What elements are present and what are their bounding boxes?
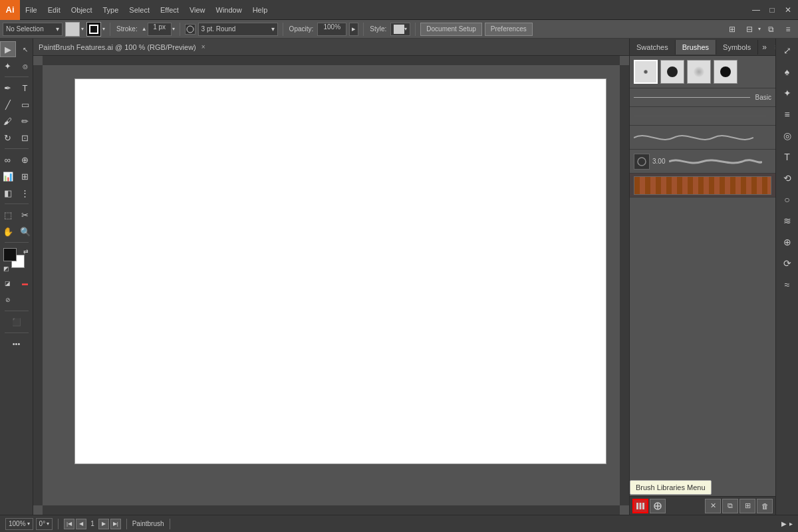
- none-swatch[interactable]: ⊘: [0, 292, 16, 308]
- color-mode-btn[interactable]: ◪: [0, 275, 16, 291]
- right-icon-1[interactable]: ⤢: [778, 41, 797, 60]
- right-icon-3[interactable]: ✦: [778, 84, 797, 102]
- brush-swatch-1[interactable]: [634, 60, 658, 84]
- right-icon-12[interactable]: ≈: [778, 275, 797, 294]
- swap-colors-icon[interactable]: ⇄: [23, 248, 29, 255]
- pen-tool[interactable]: ✒: [0, 80, 16, 96]
- move-to-brushes-button[interactable]: ⊞: [739, 499, 755, 513]
- more-options-icon[interactable]: ≡: [781, 22, 795, 37]
- right-icon-11[interactable]: ⟳: [778, 254, 797, 273]
- toolbar-arrange-btn[interactable]: ⊟: [742, 22, 757, 37]
- quick-action-icon[interactable]: ⧉: [763, 22, 778, 37]
- preferences-button[interactable]: Preferences: [485, 23, 533, 36]
- slice-tool[interactable]: ✂: [17, 207, 33, 223]
- screen-mode-btn[interactable]: ⬛: [5, 314, 29, 330]
- trash-brush-button[interactable]: 🗑: [757, 499, 773, 513]
- tab-brushes[interactable]: Brushes: [676, 40, 716, 55]
- hand-tool[interactable]: ✋: [0, 223, 16, 239]
- menu-view[interactable]: View: [184, 0, 211, 19]
- gradient-swatch[interactable]: ▬: [17, 275, 33, 291]
- blend-tool[interactable]: ∞: [0, 152, 16, 168]
- brush-row-value[interactable]: 3.00: [630, 150, 775, 174]
- menu-help[interactable]: Help: [247, 0, 273, 19]
- line-tool[interactable]: ╱: [0, 96, 16, 112]
- mesh-tool[interactable]: ⊞: [17, 168, 33, 184]
- tab-symbols[interactable]: Symbols: [716, 40, 758, 55]
- menu-select[interactable]: Select: [124, 0, 155, 19]
- right-icon-2[interactable]: ♠: [778, 63, 797, 81]
- brush-swatch-3[interactable]: [687, 60, 711, 84]
- menu-file[interactable]: File: [20, 0, 43, 19]
- symbol-spray-tool[interactable]: ⊕: [17, 152, 33, 168]
- rect-tool[interactable]: ▭: [17, 96, 33, 112]
- gradient-tool[interactable]: ◧: [0, 185, 16, 201]
- stroke-up-arrow[interactable]: ▲: [142, 26, 147, 32]
- graph-tool[interactable]: 📊: [0, 168, 16, 184]
- panel-expand-icon[interactable]: »: [758, 43, 771, 52]
- document-setup-button[interactable]: Document Setup: [420, 23, 482, 36]
- opacity-expand[interactable]: ▸: [349, 23, 358, 36]
- zoom-dropdown[interactable]: 100% ▾: [5, 518, 33, 530]
- tab-swatches[interactable]: Swatches: [630, 40, 676, 55]
- style-dropdown[interactable]: ▾: [390, 23, 410, 36]
- eyedropper-tool[interactable]: ⋮: [17, 185, 33, 201]
- menu-type[interactable]: Type: [98, 0, 124, 19]
- type-tool[interactable]: T: [17, 80, 33, 96]
- brush-libraries-button[interactable]: [632, 499, 648, 513]
- placeholder-tool: [17, 292, 33, 308]
- duplicate-brush-button[interactable]: ⧉: [722, 499, 738, 513]
- right-icon-9[interactable]: ≋: [778, 211, 797, 230]
- brush-row-thin[interactable]: [630, 107, 775, 126]
- magic-wand-tool[interactable]: ✦: [0, 58, 16, 74]
- next-page-button[interactable]: ▶: [98, 519, 109, 529]
- right-icon-7[interactable]: ⟲: [778, 169, 797, 188]
- horizontal-scrollbar[interactable]: [43, 505, 620, 515]
- menu-object[interactable]: Object: [66, 0, 98, 19]
- rotate-tool[interactable]: ↻: [0, 130, 16, 146]
- delete-brush-button[interactable]: ✕: [705, 499, 721, 513]
- right-icon-8[interactable]: ○: [778, 190, 797, 209]
- paintbrush-tool[interactable]: 🖌: [0, 113, 16, 129]
- canvas-tab-close[interactable]: ×: [201, 43, 205, 51]
- brush-selector[interactable]: 3 pt. Round ▾: [198, 23, 278, 36]
- menu-window[interactable]: Window: [211, 0, 247, 19]
- right-icon-6[interactable]: T: [778, 148, 797, 166]
- first-page-button[interactable]: |◀: [64, 519, 74, 529]
- brush-library-tooltip: Brush Libraries Menu: [630, 480, 712, 495]
- artboard-tool[interactable]: ⬚: [0, 207, 16, 223]
- vertical-scrollbar[interactable]: [620, 65, 629, 505]
- stroke-swatch[interactable]: [86, 22, 101, 37]
- default-colors-icon[interactable]: ◩: [3, 265, 9, 272]
- pencil-tool[interactable]: ✏: [17, 113, 33, 129]
- last-page-button[interactable]: ▶|: [110, 519, 121, 529]
- new-brush-from-selection-button[interactable]: [650, 499, 666, 513]
- menu-effect[interactable]: Effect: [155, 0, 184, 19]
- rotation-dropdown[interactable]: 0° ▾: [36, 518, 53, 530]
- stroke-input[interactable]: 1 px: [148, 23, 172, 36]
- brush-swatch-4[interactable]: [714, 60, 737, 84]
- fill-swatch[interactable]: [65, 22, 80, 37]
- canvas-viewport[interactable]: [43, 65, 629, 515]
- menu-edit[interactable]: Edit: [43, 0, 66, 19]
- maximize-button[interactable]: □: [765, 3, 779, 17]
- scale-tool[interactable]: ⊡: [17, 130, 33, 146]
- brush-swatch-2[interactable]: [660, 60, 684, 84]
- lasso-tool[interactable]: ⌾: [17, 58, 33, 74]
- brush-row-deco[interactable]: [630, 174, 775, 198]
- prev-page-button[interactable]: ◀: [76, 519, 86, 529]
- brush-row-wavy[interactable]: [630, 126, 775, 150]
- stroke-color-swatch[interactable]: [3, 248, 17, 261]
- right-icon-10[interactable]: ⊕: [778, 233, 797, 251]
- close-button[interactable]: ✕: [781, 3, 795, 17]
- direct-select-tool[interactable]: ↖: [17, 41, 33, 57]
- selection-dropdown[interactable]: No Selection ▾: [3, 23, 63, 36]
- right-icon-5[interactable]: ◎: [778, 126, 797, 145]
- right-icon-4[interactable]: ≡: [778, 105, 797, 124]
- select-tool[interactable]: ▶: [0, 41, 16, 57]
- brush-row-basic[interactable]: Basic: [630, 88, 775, 107]
- minimize-button[interactable]: —: [749, 3, 763, 17]
- arrange-icon[interactable]: ⊞: [725, 22, 739, 37]
- more-tools-btn[interactable]: •••: [5, 336, 29, 352]
- zoom-tool[interactable]: 🔍: [17, 223, 33, 239]
- opacity-input[interactable]: 100%: [317, 23, 346, 36]
